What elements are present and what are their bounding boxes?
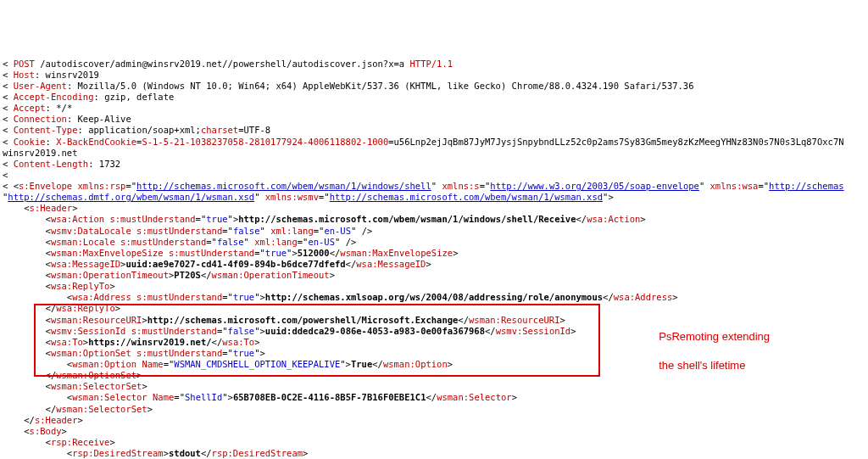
annotation-line2: the shell's lifetime bbox=[659, 359, 745, 372]
http-dump: < POST /autodiscover/admin@winsrv2019.ne… bbox=[0, 56, 868, 459]
method: POST bbox=[14, 59, 35, 69]
annotation-label: PsRemoting extending the shell's lifetim… bbox=[653, 316, 770, 373]
annotation-line1: PsRemoting extending bbox=[659, 330, 770, 343]
httpver: HTTP/1.1 bbox=[409, 59, 453, 69]
path: /autodiscover/admin@winsrv2019.net//powe… bbox=[40, 59, 404, 69]
